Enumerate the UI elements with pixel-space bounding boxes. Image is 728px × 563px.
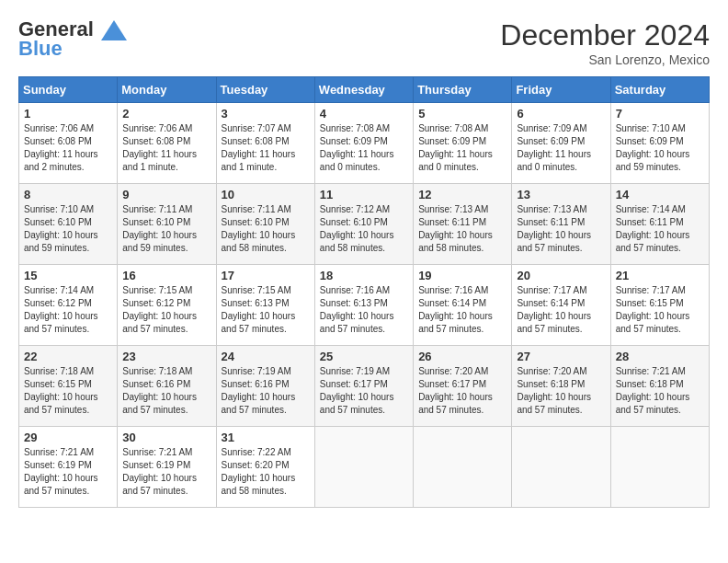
calendar-cell: 31Sunrise: 7:22 AMSunset: 6:20 PMDayligh… xyxy=(216,427,314,508)
day-info: Sunrise: 7:06 AMSunset: 6:08 PMDaylight:… xyxy=(122,122,210,174)
day-info: Sunrise: 7:16 AMSunset: 6:14 PMDaylight:… xyxy=(418,284,506,336)
day-number: 15 xyxy=(24,269,112,282)
calendar-cell: 13Sunrise: 7:13 AMSunset: 6:11 PMDayligh… xyxy=(512,184,610,265)
col-header-saturday: Saturday xyxy=(610,77,709,103)
location: San Lorenzo, Mexico xyxy=(500,52,710,67)
calendar-cell: 10Sunrise: 7:11 AMSunset: 6:10 PMDayligh… xyxy=(216,184,314,265)
day-info: Sunrise: 7:17 AMSunset: 6:14 PMDaylight:… xyxy=(517,284,605,336)
day-number: 18 xyxy=(320,269,408,282)
day-info: Sunrise: 7:22 AMSunset: 6:20 PMDaylight:… xyxy=(222,446,310,498)
calendar-cell: 4Sunrise: 7:08 AMSunset: 6:09 PMDaylight… xyxy=(314,103,413,184)
calendar-cell: 30Sunrise: 7:21 AMSunset: 6:19 PMDayligh… xyxy=(118,427,216,508)
calendar-cell: 15Sunrise: 7:14 AMSunset: 6:12 PMDayligh… xyxy=(19,265,118,346)
day-info: Sunrise: 7:19 AMSunset: 6:17 PMDaylight:… xyxy=(320,365,408,417)
col-header-sunday: Sunday xyxy=(19,77,118,103)
day-number: 30 xyxy=(122,431,210,444)
day-number: 16 xyxy=(122,269,210,282)
calendar-week-row: 15Sunrise: 7:14 AMSunset: 6:12 PMDayligh… xyxy=(19,265,710,346)
day-info: Sunrise: 7:20 AMSunset: 6:17 PMDaylight:… xyxy=(418,365,506,417)
calendar-week-row: 22Sunrise: 7:18 AMSunset: 6:15 PMDayligh… xyxy=(19,346,710,427)
col-header-thursday: Thursday xyxy=(414,77,512,103)
calendar-cell: 20Sunrise: 7:17 AMSunset: 6:14 PMDayligh… xyxy=(512,265,610,346)
calendar-cell: 23Sunrise: 7:18 AMSunset: 6:16 PMDayligh… xyxy=(118,346,216,427)
day-number: 24 xyxy=(222,350,310,363)
day-number: 29 xyxy=(24,431,112,444)
day-number: 5 xyxy=(418,107,506,121)
day-number: 9 xyxy=(122,188,210,201)
calendar-cell: 8Sunrise: 7:10 AMSunset: 6:10 PMDaylight… xyxy=(19,184,118,265)
day-info: Sunrise: 7:19 AMSunset: 6:16 PMDaylight:… xyxy=(222,365,310,417)
calendar-cell xyxy=(512,427,610,508)
calendar-cell: 3Sunrise: 7:07 AMSunset: 6:08 PMDaylight… xyxy=(216,103,314,184)
day-info: Sunrise: 7:11 AMSunset: 6:10 PMDaylight:… xyxy=(122,203,210,255)
calendar-cell: 28Sunrise: 7:21 AMSunset: 6:18 PMDayligh… xyxy=(610,346,709,427)
col-header-friday: Friday xyxy=(512,77,610,103)
day-number: 7 xyxy=(616,107,704,121)
calendar-cell xyxy=(414,427,512,508)
day-number: 14 xyxy=(616,188,704,201)
day-info: Sunrise: 7:17 AMSunset: 6:15 PMDaylight:… xyxy=(616,284,704,336)
day-number: 27 xyxy=(517,350,605,363)
calendar-cell xyxy=(610,427,709,508)
calendar-cell: 2Sunrise: 7:06 AMSunset: 6:08 PMDaylight… xyxy=(118,103,216,184)
calendar-cell: 22Sunrise: 7:18 AMSunset: 6:15 PMDayligh… xyxy=(19,346,118,427)
calendar-cell: 11Sunrise: 7:12 AMSunset: 6:10 PMDayligh… xyxy=(314,184,413,265)
day-info: Sunrise: 7:08 AMSunset: 6:09 PMDaylight:… xyxy=(320,122,408,174)
calendar-cell: 27Sunrise: 7:20 AMSunset: 6:18 PMDayligh… xyxy=(512,346,610,427)
day-info: Sunrise: 7:12 AMSunset: 6:10 PMDaylight:… xyxy=(320,203,408,255)
day-info: Sunrise: 7:16 AMSunset: 6:13 PMDaylight:… xyxy=(320,284,408,336)
day-number: 26 xyxy=(418,350,506,363)
day-info: Sunrise: 7:10 AMSunset: 6:09 PMDaylight:… xyxy=(616,122,704,174)
title-block: December 2024 San Lorenzo, Mexico xyxy=(500,18,710,67)
day-info: Sunrise: 7:09 AMSunset: 6:09 PMDaylight:… xyxy=(517,122,605,174)
day-number: 11 xyxy=(320,188,408,201)
calendar-cell: 16Sunrise: 7:15 AMSunset: 6:12 PMDayligh… xyxy=(118,265,216,346)
calendar-cell: 18Sunrise: 7:16 AMSunset: 6:13 PMDayligh… xyxy=(314,265,413,346)
day-number: 8 xyxy=(24,188,112,201)
logo: General Blue xyxy=(18,18,127,61)
day-info: Sunrise: 7:20 AMSunset: 6:18 PMDaylight:… xyxy=(517,365,605,417)
day-number: 17 xyxy=(222,269,310,282)
day-info: Sunrise: 7:13 AMSunset: 6:11 PMDaylight:… xyxy=(418,203,506,255)
calendar-cell: 9Sunrise: 7:11 AMSunset: 6:10 PMDaylight… xyxy=(118,184,216,265)
day-info: Sunrise: 7:21 AMSunset: 6:18 PMDaylight:… xyxy=(616,365,704,417)
calendar-header-row: SundayMondayTuesdayWednesdayThursdayFrid… xyxy=(19,77,710,103)
day-info: Sunrise: 7:15 AMSunset: 6:13 PMDaylight:… xyxy=(222,284,310,336)
day-info: Sunrise: 7:21 AMSunset: 6:19 PMDaylight:… xyxy=(122,446,210,498)
day-info: Sunrise: 7:15 AMSunset: 6:12 PMDaylight:… xyxy=(122,284,210,336)
calendar-cell: 6Sunrise: 7:09 AMSunset: 6:09 PMDaylight… xyxy=(512,103,610,184)
day-info: Sunrise: 7:07 AMSunset: 6:08 PMDaylight:… xyxy=(222,122,310,174)
calendar-cell: 29Sunrise: 7:21 AMSunset: 6:19 PMDayligh… xyxy=(19,427,118,508)
day-number: 10 xyxy=(222,188,310,201)
calendar-cell: 14Sunrise: 7:14 AMSunset: 6:11 PMDayligh… xyxy=(610,184,709,265)
day-number: 19 xyxy=(418,269,506,282)
day-number: 2 xyxy=(122,107,210,121)
day-number: 4 xyxy=(320,107,408,121)
calendar-cell xyxy=(314,427,413,508)
day-number: 6 xyxy=(517,107,605,121)
day-number: 12 xyxy=(418,188,506,201)
day-number: 21 xyxy=(616,269,704,282)
day-number: 13 xyxy=(517,188,605,201)
day-number: 28 xyxy=(616,350,704,363)
calendar-cell: 7Sunrise: 7:10 AMSunset: 6:09 PMDaylight… xyxy=(610,103,709,184)
month-title: December 2024 xyxy=(500,18,710,52)
svg-marker-0 xyxy=(101,20,127,40)
day-number: 3 xyxy=(222,107,310,121)
day-info: Sunrise: 7:10 AMSunset: 6:10 PMDaylight:… xyxy=(24,203,112,255)
calendar-cell: 25Sunrise: 7:19 AMSunset: 6:17 PMDayligh… xyxy=(314,346,413,427)
calendar-table: SundayMondayTuesdayWednesdayThursdayFrid… xyxy=(18,76,710,508)
calendar-cell: 17Sunrise: 7:15 AMSunset: 6:13 PMDayligh… xyxy=(216,265,314,346)
day-number: 22 xyxy=(24,350,112,363)
day-info: Sunrise: 7:21 AMSunset: 6:19 PMDaylight:… xyxy=(24,446,112,498)
calendar-cell: 26Sunrise: 7:20 AMSunset: 6:17 PMDayligh… xyxy=(414,346,512,427)
day-number: 31 xyxy=(222,431,310,444)
calendar-cell: 12Sunrise: 7:13 AMSunset: 6:11 PMDayligh… xyxy=(414,184,512,265)
calendar-cell: 19Sunrise: 7:16 AMSunset: 6:14 PMDayligh… xyxy=(414,265,512,346)
day-info: Sunrise: 7:08 AMSunset: 6:09 PMDaylight:… xyxy=(418,122,506,174)
calendar-cell: 5Sunrise: 7:08 AMSunset: 6:09 PMDaylight… xyxy=(414,103,512,184)
logo-icon xyxy=(101,20,127,40)
day-number: 1 xyxy=(24,107,112,121)
calendar-week-row: 1Sunrise: 7:06 AMSunset: 6:08 PMDaylight… xyxy=(19,103,710,184)
day-number: 25 xyxy=(320,350,408,363)
